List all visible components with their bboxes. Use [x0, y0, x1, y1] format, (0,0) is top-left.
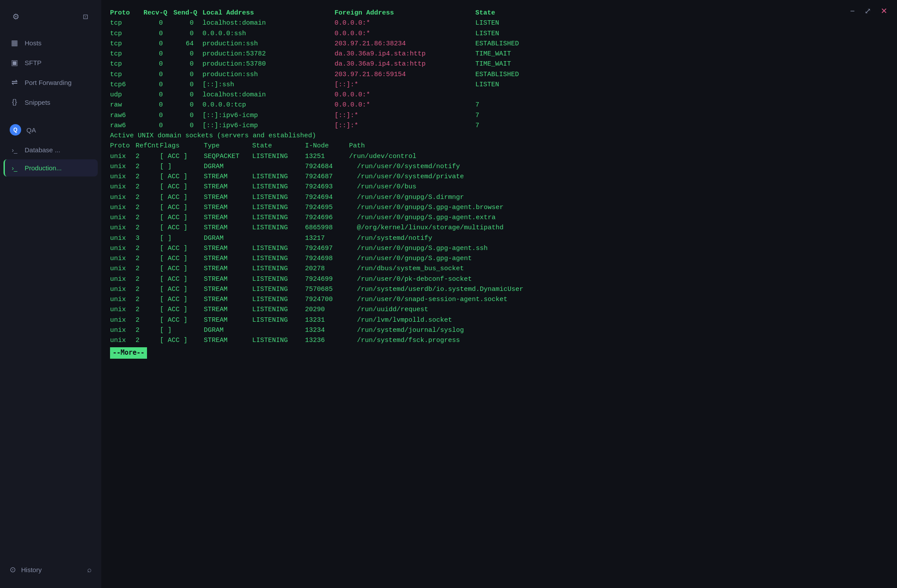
- table-row: tcp600[::]:ssh[::]:*LISTEN: [110, 80, 888, 90]
- history-icon: ⊙: [10, 565, 16, 574]
- table-row: unix2[ ACC ]STREAMLISTENING20278 /run/db…: [110, 264, 888, 274]
- table-header-tcp: Proto Recv-Q Send-Q Local Address Foreig…: [110, 8, 888, 18]
- terminal-icon: ⊡: [83, 13, 88, 21]
- main-nav: ▦ Hosts ▣ SFTP ⇌ Port Forwarding {} Snip…: [0, 33, 101, 111]
- history-row[interactable]: ⊙ History ⌕: [4, 560, 98, 579]
- sessions-section: Q QA ›_ Database ... ›_ Production...: [0, 119, 101, 176]
- session-label: Database ...: [25, 146, 60, 154]
- col-sendq-header: Send-Q: [166, 8, 197, 18]
- more-prompt[interactable]: --More--: [110, 347, 147, 358]
- session-production[interactable]: ›_ Production...: [4, 159, 98, 176]
- table-row: unix2[ ACC ]STREAMLISTENING7924700 /run/…: [110, 294, 888, 305]
- table-row: tcp00production:53782da.30.36a9.ip4.sta:…: [110, 49, 888, 59]
- sftp-icon: ▣: [10, 58, 19, 67]
- port-forwarding-icon: ⇌: [10, 78, 19, 87]
- table-row: unix2[ ACC ]STREAMLISTENING7570685 /run/…: [110, 284, 888, 294]
- maximize-button[interactable]: ⤢: [864, 6, 872, 16]
- table-row: unix2[ ACC ]SEQPACKETLISTENING13251 /run…: [110, 151, 888, 162]
- table-row: unix2[ ACC ]STREAMLISTENING7924698 /run/…: [110, 254, 888, 264]
- table-row: unix2[ ACC ]STREAMLISTENING13236 /run/sy…: [110, 335, 888, 345]
- sidebar-item-sftp[interactable]: ▣ SFTP: [4, 53, 98, 72]
- table-row: unix2[ ACC ]STREAMLISTENING6865998 @/org…: [110, 223, 888, 233]
- settings-button[interactable]: ⚙: [8, 9, 24, 25]
- table-row: unix2[ ACC ]STREAMLISTENING7924694 /run/…: [110, 192, 888, 202]
- table-row: unix2[ ACC ]STREAMLISTENING20290 /run/uu…: [110, 305, 888, 315]
- table-row: unix2[ ACC ]STREAMLISTENING7924687 /run/…: [110, 172, 888, 182]
- table-row: unix2[ ACC ]STREAMLISTENING7924699 /run/…: [110, 274, 888, 284]
- table-row: unix3[ ]DGRAM13217 /run/systemd/notify: [110, 233, 888, 243]
- terminal-output[interactable]: Proto Recv-Q Send-Q Local Address Foreig…: [101, 0, 897, 588]
- table-row: raw600[::]:ipv6-icmp[::]:*7: [110, 110, 888, 121]
- col-recvq-header: Recv-Q: [136, 8, 166, 18]
- sidebar: ⚙ ⊡ ▦ Hosts ▣ SFTP ⇌ Port Forwarding {} …: [0, 0, 101, 588]
- session-database[interactable]: ›_ Database ...: [4, 141, 98, 158]
- table-row: unix2[ ACC ]STREAMLISTENING7924696 /run/…: [110, 213, 888, 223]
- sidebar-item-snippets[interactable]: {} Snippets: [4, 93, 98, 111]
- snippets-icon: {}: [10, 98, 19, 107]
- session-qa[interactable]: Q QA: [4, 119, 98, 140]
- table-row: unix2[ ACC ]STREAMLISTENING13231 /run/lv…: [110, 315, 888, 325]
- table-row: unix2[ ACC ]STREAMLISTENING7924697 /run/…: [110, 243, 888, 254]
- gear-icon: ⚙: [12, 12, 19, 22]
- more-prompt-line: --More--: [110, 347, 888, 358]
- search-icon[interactable]: ⌕: [87, 566, 92, 574]
- table-row: udp00localhost:domain0.0.0.0:*: [110, 90, 888, 100]
- col-proto-header: Proto: [110, 8, 136, 18]
- table-row: tcp00production:ssh203.97.21.86:59154EST…: [110, 70, 888, 80]
- table-row: tcp064production:ssh203.97.21.86:38234ES…: [110, 39, 888, 49]
- sidebar-item-hosts[interactable]: ▦ Hosts: [4, 33, 98, 52]
- minimize-button[interactable]: −: [849, 6, 856, 16]
- sidebar-item-label: Hosts: [25, 39, 41, 47]
- table-row: raw000.0.0.0:tcp0.0.0.0:*7: [110, 100, 888, 110]
- table-row: unix2[ ]DGRAM7924684 /run/user/0/systemd…: [110, 162, 888, 172]
- table-row: tcp00production:53780da.30.36a9.ip4.sta:…: [110, 59, 888, 69]
- table-row: raw600[::]:ipv6-icmp[::]:*7: [110, 121, 888, 131]
- col-state-header: State: [475, 8, 495, 18]
- table-header-unix: Proto RefCnt Flags Type State I-Node Pat…: [110, 141, 888, 151]
- sidebar-top-icons: ⚙ ⊡: [0, 4, 101, 33]
- sidebar-item-label: SFTP: [25, 59, 41, 66]
- history-left: ⊙ History: [10, 565, 42, 574]
- table-row: unix2[ ]DGRAM13234 /run/systemd/journal/…: [110, 325, 888, 335]
- terminal-session-icon: ›_: [10, 147, 19, 154]
- avatar: Q: [10, 124, 21, 136]
- close-button[interactable]: ✕: [880, 6, 888, 16]
- table-row: unix2[ ACC ]STREAMLISTENING7924695 /run/…: [110, 202, 888, 213]
- col-foreign-header: Foreign Address: [335, 8, 467, 18]
- new-terminal-button[interactable]: ⊡: [77, 9, 93, 25]
- history-label: History: [21, 566, 42, 573]
- session-label: QA: [26, 126, 36, 134]
- table-row: tcp000.0.0.0:ssh0.0.0.0:*LISTEN: [110, 29, 888, 39]
- hosts-icon: ▦: [10, 38, 19, 48]
- session-label: Production...: [25, 164, 62, 172]
- col-local-header: Local Address: [202, 8, 326, 18]
- sidebar-bottom: ⊙ History ⌕: [0, 560, 101, 588]
- table-row: unix2[ ACC ]STREAMLISTENING7924693 /run/…: [110, 182, 888, 192]
- terminal-container: − ⤢ ✕ Proto Recv-Q Send-Q Local Address …: [101, 0, 897, 588]
- sidebar-item-label: Port Forwarding: [25, 79, 72, 86]
- table-row: tcp00localhost:domain0.0.0.0:*LISTEN: [110, 18, 888, 28]
- sidebar-item-port-forwarding[interactable]: ⇌ Port Forwarding: [4, 73, 98, 92]
- unix-section-title: Active UNIX domain sockets (servers and …: [110, 131, 888, 141]
- terminal-session-icon: ›_: [10, 165, 19, 172]
- sidebar-item-label: Snippets: [25, 99, 50, 106]
- window-controls: − ⤢ ✕: [849, 6, 888, 16]
